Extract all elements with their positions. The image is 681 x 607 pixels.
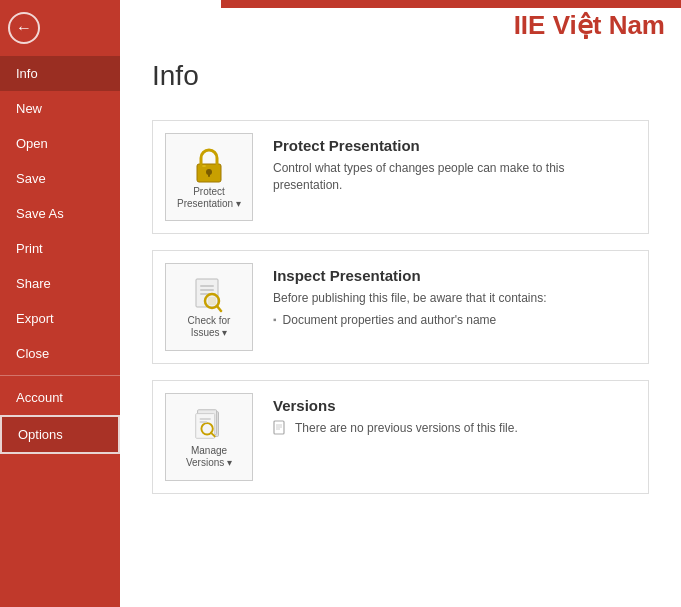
- protect-desc: Control what types of changes people can…: [273, 160, 636, 194]
- page-title: Info: [152, 60, 649, 92]
- inspect-desc: Before publishing this file, be aware th…: [273, 290, 636, 307]
- manage-versions-button[interactable]: ManageVersions ▾: [165, 393, 253, 481]
- versions-icon: [190, 405, 228, 445]
- sidebar-item-label: Save: [16, 171, 46, 186]
- sidebar-item-label: Account: [16, 390, 63, 405]
- check-issues-button[interactable]: Check forIssues ▾: [165, 263, 253, 351]
- protect-title: Protect Presentation: [273, 137, 636, 154]
- svg-rect-17: [200, 421, 208, 422]
- back-button[interactable]: ←: [0, 4, 48, 52]
- sidebar-divider: [0, 375, 120, 376]
- versions-section: ManageVersions ▾ Versions There are no p…: [152, 380, 649, 494]
- sidebar-item-close[interactable]: Close: [0, 336, 120, 371]
- sidebar-item-label: Share: [16, 276, 51, 291]
- sidebar-nav: Info New Open Save Save As Print Share E…: [0, 56, 120, 607]
- sidebar-item-share[interactable]: Share: [0, 266, 120, 301]
- svg-rect-16: [200, 418, 211, 419]
- sidebar-item-print[interactable]: Print: [0, 231, 120, 266]
- inspect-title: Inspect Presentation: [273, 267, 636, 284]
- versions-content: Versions There are no previous versions …: [273, 393, 636, 437]
- sidebar-item-save[interactable]: Save: [0, 161, 120, 196]
- sidebar-item-label: Close: [16, 346, 49, 361]
- inspect-content: Inspect Presentation Before publishing t…: [273, 263, 636, 327]
- svg-point-3: [202, 165, 206, 167]
- protect-section: ProtectPresentation ▾ Protect Presentati…: [152, 120, 649, 234]
- svg-line-9: [217, 306, 221, 311]
- lock-icon: [190, 144, 228, 186]
- sidebar-item-label: Save As: [16, 206, 64, 221]
- sidebar-item-label: Info: [16, 66, 38, 81]
- main-content: IIE Việt Nam Info ProtectPresentation ▾ …: [120, 0, 681, 607]
- back-arrow-icon: ←: [8, 12, 40, 44]
- accent-bar: [221, 0, 681, 8]
- sidebar-item-label: New: [16, 101, 42, 116]
- sidebar-item-label: Print: [16, 241, 43, 256]
- sidebar-item-label: Options: [18, 427, 63, 442]
- versions-desc: There are no previous versions of this f…: [295, 420, 518, 437]
- inspect-list: Document properties and author's name: [273, 313, 636, 327]
- svg-rect-2: [208, 173, 210, 177]
- sidebar-item-info[interactable]: Info: [0, 56, 120, 91]
- protect-presentation-button[interactable]: ProtectPresentation ▾: [165, 133, 253, 221]
- sidebar-item-label: Open: [16, 136, 48, 151]
- sidebar: ← Info New Open Save Save As Print Share…: [0, 0, 120, 607]
- sidebar-item-account[interactable]: Account: [0, 380, 120, 415]
- sidebar-item-label: Export: [16, 311, 54, 326]
- inspect-icon: [190, 275, 228, 315]
- svg-rect-6: [200, 289, 214, 291]
- sidebar-item-open[interactable]: Open: [0, 126, 120, 161]
- versions-title: Versions: [273, 397, 636, 414]
- protect-content: Protect Presentation Control what types …: [273, 133, 636, 194]
- brand-name: IIE Việt Nam: [514, 10, 665, 41]
- inspect-list-item: Document properties and author's name: [273, 313, 636, 327]
- sidebar-item-new[interactable]: New: [0, 91, 120, 126]
- svg-rect-10: [208, 297, 216, 305]
- sidebar-item-export[interactable]: Export: [0, 301, 120, 336]
- sidebar-item-options[interactable]: Options: [0, 415, 120, 454]
- version-file-icon: [273, 420, 287, 436]
- svg-rect-5: [200, 285, 214, 287]
- inspect-section: Check forIssues ▾ Inspect Presentation B…: [152, 250, 649, 364]
- sidebar-item-save-as[interactable]: Save As: [0, 196, 120, 231]
